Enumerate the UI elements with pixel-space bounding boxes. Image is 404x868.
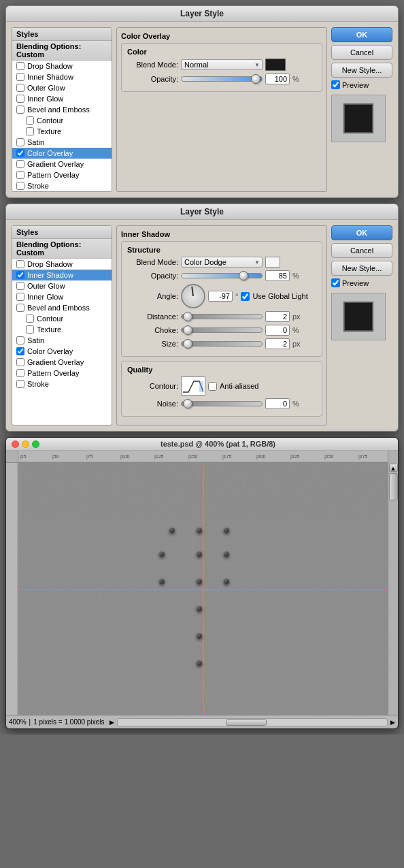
sidebar2-item-contour[interactable]: Contour: [12, 313, 112, 324]
blend-mode-select-wrapper[interactable]: Normal: [181, 59, 263, 70]
d2-distance-unit: px: [292, 312, 301, 321]
scrollbar-thumb-v[interactable]: [389, 473, 398, 500]
sidebar2-item-bevel-emboss[interactable]: Bevel and Emboss: [12, 302, 112, 313]
quality-section: Quality Contour: Anti-aliased Noise:: [121, 361, 322, 417]
opacity-slider[interactable]: [181, 76, 263, 82]
ok-button-2[interactable]: OK: [331, 225, 392, 240]
d2-size-thumb[interactable]: [183, 339, 192, 349]
maximize-button[interactable]: [32, 440, 39, 448]
d2-opacity-input[interactable]: [265, 270, 290, 281]
blend-mode-select[interactable]: Normal: [181, 59, 263, 70]
canvas-titlebar: teste.psd @ 400% (pat 1, RGB/8): [6, 438, 398, 451]
ok-button-1[interactable]: OK: [331, 27, 392, 42]
sidebar2-item-inner-shadow[interactable]: Inner Shadow: [12, 270, 112, 280]
d2-noise-slider[interactable]: [181, 401, 263, 406]
sidebar2-item-outer-glow[interactable]: Outer Glow: [12, 280, 112, 291]
opacity-input[interactable]: [265, 74, 290, 84]
d2-angle-unit: °: [235, 292, 238, 300]
opacity-row: Opacity: %: [127, 74, 316, 84]
d2-noise-thumb[interactable]: [183, 399, 192, 408]
sidebar-item-outer-glow[interactable]: Outer Glow: [12, 82, 112, 93]
sidebar-item-stroke[interactable]: Stroke: [12, 180, 112, 191]
sidebar2-item-drop-shadow[interactable]: Drop Shadow: [12, 259, 112, 270]
sidebar2-item-satin[interactable]: Satin: [12, 335, 112, 346]
d2-choke-thumb[interactable]: [183, 325, 192, 335]
d2-angle-dial[interactable]: [181, 284, 205, 308]
svg-text:|25: |25: [20, 454, 27, 460]
opacity-unit: %: [292, 75, 299, 83]
new-style-button-1[interactable]: New Style...: [331, 63, 392, 78]
d2-size-input[interactable]: [265, 338, 290, 349]
d2-angle-input[interactable]: [208, 291, 233, 302]
d2-opacity-slider[interactable]: [181, 273, 263, 278]
bottom-scrollbar[interactable]: [117, 718, 388, 726]
sidebar-item-color-overlay[interactable]: Color Overlay: [12, 148, 112, 159]
dialog-color-overlay: Layer Style Styles Blending Options: Cus…: [5, 5, 399, 198]
d2-size-row: Size: px: [127, 338, 316, 349]
bottom-scrollbar-thumb[interactable]: [226, 719, 267, 726]
sidebar2-item-pattern-overlay[interactable]: Pattern Overlay: [12, 368, 112, 379]
dot: [197, 633, 202, 639]
d2-contour-preview[interactable]: [181, 376, 205, 396]
use-global-light-checkbox[interactable]: [241, 292, 250, 301]
d2-size-slider[interactable]: [181, 341, 263, 347]
canvas-main-area: |25 |50 |75 100 125 150 175 200 225: [6, 463, 398, 715]
anti-aliased-checkbox[interactable]: [208, 382, 217, 391]
d2-color-swatch[interactable]: [265, 257, 280, 268]
sidebar2-item-gradient-overlay[interactable]: Gradient Overlay: [12, 357, 112, 368]
sidebar2-item-color-overlay[interactable]: Color Overlay: [12, 346, 112, 357]
dialog-title-2: Layer Style: [6, 204, 398, 220]
ruler-v-svg: |25 |50 |75 100 125 150 175 200 225: [6, 463, 18, 715]
sidebar-item-bevel-emboss[interactable]: Bevel and Emboss: [12, 104, 112, 115]
scrollbar-vertical[interactable]: ▲: [388, 463, 398, 715]
close-button[interactable]: [12, 440, 19, 448]
d2-opacity-unit: %: [292, 272, 299, 280]
opacity-thumb[interactable]: [251, 74, 260, 84]
arrow-btn[interactable]: ▶: [110, 719, 114, 726]
contour-svg: [183, 379, 203, 393]
sidebar2-item-stroke[interactable]: Stroke: [12, 379, 112, 389]
sidebar-header-2: Styles: [12, 226, 112, 239]
d2-angle-row: Angle: ° Use Global Light: [127, 284, 316, 308]
sidebar-item-contour[interactable]: Contour: [12, 115, 112, 126]
d2-blend-mode-row: Blend Mode: Color Dodge: [127, 257, 316, 268]
cancel-button-1[interactable]: Cancel: [331, 45, 392, 60]
d2-distance-slider[interactable]: [181, 314, 263, 319]
svg-text:|200: |200: [256, 454, 266, 460]
new-style-button-2[interactable]: New Style...: [331, 261, 392, 276]
dot: [224, 579, 229, 584]
scrollbar-up-arrow[interactable]: ▲: [389, 464, 398, 472]
scroll-right-arrow[interactable]: ▶: [390, 719, 395, 726]
ruler-h-svg: |25|50 |75|100 |125|150 |175|200 |225|25…: [18, 451, 388, 463]
minimize-button[interactable]: [22, 440, 29, 448]
color-swatch[interactable]: [265, 59, 286, 71]
sidebar2-item-texture[interactable]: Texture: [12, 324, 112, 335]
section-title-1: Color Overlay: [121, 32, 322, 40]
d2-blend-mode-wrapper[interactable]: Color Dodge: [181, 257, 263, 268]
preview-checkbox-2[interactable]: [331, 278, 340, 287]
d2-angle-label: Angle:: [127, 292, 178, 300]
d2-blend-mode-select[interactable]: Color Dodge: [181, 257, 263, 268]
d2-noise-input[interactable]: [265, 398, 290, 409]
d2-distance-input[interactable]: [265, 311, 290, 322]
dot: [159, 551, 165, 557]
cancel-button-2[interactable]: Cancel: [331, 243, 392, 258]
d2-choke-input[interactable]: [265, 325, 290, 336]
dot: [224, 551, 229, 557]
sidebar2-item-inner-glow[interactable]: Inner Glow: [12, 291, 112, 302]
sidebar-item-drop-shadow[interactable]: Drop Shadow: [12, 61, 112, 71]
sidebar-item-blending-options[interactable]: Blending Options: Custom: [12, 41, 112, 61]
d2-choke-slider[interactable]: [181, 327, 263, 333]
sidebar-item-inner-glow[interactable]: Inner Glow: [12, 93, 112, 104]
sidebar2-item-blending[interactable]: Blending Options: Custom: [12, 239, 112, 259]
sidebar-item-texture[interactable]: Texture: [12, 126, 112, 137]
ruler-corner: [6, 451, 18, 463]
d2-opacity-thumb[interactable]: [239, 271, 248, 280]
sidebar-item-inner-shadow[interactable]: Inner Shadow: [12, 71, 112, 82]
preview-checkbox-1[interactable]: [331, 80, 340, 89]
d2-distance-thumb[interactable]: [183, 312, 192, 321]
sidebar-item-satin[interactable]: Satin: [12, 137, 112, 148]
sidebar-item-pattern-overlay[interactable]: Pattern Overlay: [12, 170, 112, 180]
color-section: Color Blend Mode: Normal Opacity:: [121, 43, 322, 92]
sidebar-item-gradient-overlay[interactable]: Gradient Overlay: [12, 159, 112, 170]
